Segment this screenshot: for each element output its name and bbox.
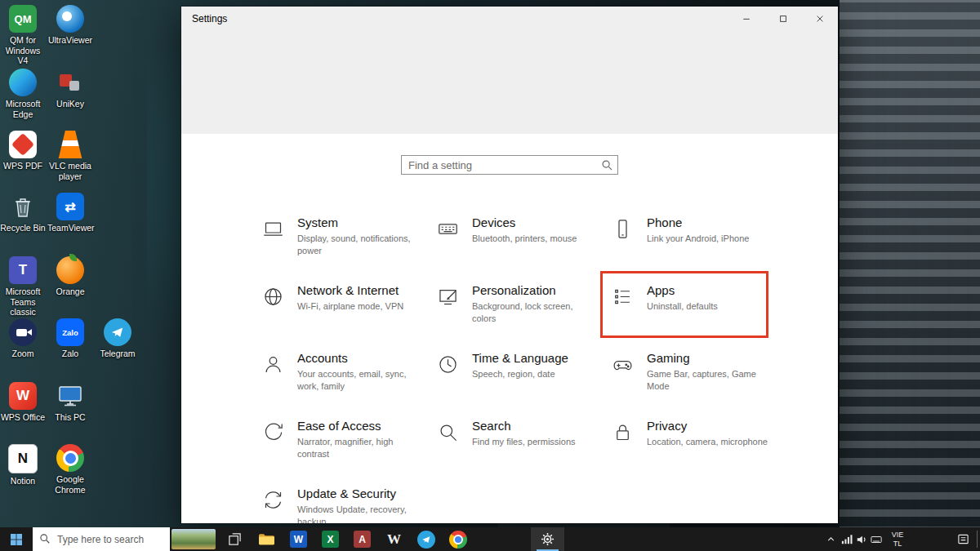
news-interests-widget[interactable] bbox=[172, 529, 216, 549]
maximize-button[interactable] bbox=[764, 7, 801, 31]
settings-category-grid: SystemDisplay, sound, notifications, pow… bbox=[261, 211, 785, 523]
zalo-glyph: Zalo bbox=[62, 328, 78, 337]
minimize-button[interactable] bbox=[728, 7, 764, 31]
desktop-icon-orange[interactable]: Orange bbox=[47, 256, 93, 297]
tray-volume[interactable] bbox=[854, 527, 869, 551]
category-title: Personalization bbox=[472, 283, 596, 297]
notion-glyph: N bbox=[18, 451, 28, 467]
taskbar-access[interactable]: A bbox=[346, 527, 378, 551]
category-title: Time & Language bbox=[472, 351, 596, 365]
task-view-button[interactable] bbox=[219, 527, 251, 551]
zoom-icon bbox=[9, 318, 37, 346]
category-title: Search bbox=[472, 419, 596, 433]
taskbar-search-input[interactable] bbox=[33, 527, 170, 551]
teamviewer-icon: ⇄ bbox=[56, 193, 84, 220]
settings-category-phone[interactable]: PhoneLink your Android, iPhone bbox=[610, 211, 785, 278]
taskbar-chrome[interactable] bbox=[442, 527, 474, 551]
qm-glyph: QM bbox=[15, 13, 32, 25]
taskbar-excel[interactable]: X bbox=[314, 527, 346, 551]
desktop-icon-wps-office[interactable]: W WPS Office bbox=[0, 382, 46, 423]
privacy-lock-icon bbox=[612, 421, 635, 444]
settings-category-system[interactable]: SystemDisplay, sound, notifications, pow… bbox=[261, 211, 435, 278]
desktop-icon-this-pc[interactable]: This PC bbox=[47, 382, 93, 423]
desktop-icon-unikey[interactable]: UniKey bbox=[47, 69, 93, 109]
action-center-button[interactable] bbox=[949, 527, 977, 551]
settings-category-gaming[interactable]: GamingGame Bar, captures, Game Mode bbox=[610, 346, 785, 414]
taskbar-settings-active[interactable] bbox=[531, 527, 564, 551]
desktop-icon-label: This PC bbox=[47, 412, 93, 423]
desktop-icon-google-chrome[interactable]: Google Chrome bbox=[47, 444, 93, 495]
desktop-icon-teamviewer[interactable]: ⇄ TeamViewer bbox=[47, 193, 93, 233]
find-a-setting-searchbox[interactable] bbox=[401, 155, 618, 175]
taskbar-wikipedia[interactable]: W bbox=[378, 527, 410, 551]
desktop-icon-recycle-bin[interactable]: Recycle Bin bbox=[0, 193, 46, 233]
category-desc: Your accounts, email, sync, work, family bbox=[297, 368, 421, 393]
desktop-icon-label: Microsoft Teams classic bbox=[0, 287, 46, 318]
taskbar-file-explorer[interactable] bbox=[251, 527, 283, 551]
settings-category-search[interactable]: SearchFind my files, permissions bbox=[435, 414, 610, 482]
category-title: Apps bbox=[647, 283, 771, 297]
show-desktop-button[interactable] bbox=[977, 531, 980, 548]
zoom-camera bbox=[16, 329, 27, 336]
search-icon[interactable] bbox=[601, 159, 613, 175]
taskbar-search-box[interactable] bbox=[33, 527, 170, 551]
tray-show-hidden-icons[interactable] bbox=[822, 527, 840, 551]
titlebar[interactable]: Settings bbox=[181, 7, 838, 31]
notion-icon: N bbox=[8, 444, 38, 473]
category-desc: Wi-Fi, airplane mode, VPN bbox=[297, 300, 421, 313]
language-code: VIE bbox=[892, 531, 904, 539]
settings-category-network[interactable]: Network & InternetWi-Fi, airplane mode, … bbox=[261, 278, 435, 346]
wps-pdf-ribbon bbox=[11, 133, 34, 156]
windows-logo-icon bbox=[10, 533, 23, 546]
settings-category-apps[interactable]: AppsUninstall, defaults bbox=[610, 278, 785, 346]
qm-for-windows-icon: QM bbox=[9, 5, 37, 33]
category-title: Update & Security bbox=[297, 487, 421, 500]
desktop-icon-zalo[interactable]: Zalo Zalo bbox=[47, 318, 93, 359]
desktop-icon-vlc[interactable]: VLC media player bbox=[47, 131, 93, 181]
settings-category-privacy[interactable]: PrivacyLocation, camera, microphone bbox=[610, 414, 785, 482]
input-method-code: TL bbox=[893, 540, 902, 548]
close-button[interactable] bbox=[801, 7, 838, 31]
desktop-icon-label: Telegram bbox=[95, 349, 140, 359]
recycle-bin-icon bbox=[9, 193, 37, 220]
category-title: Gaming bbox=[647, 351, 771, 365]
settings-category-devices[interactable]: DevicesBluetooth, printers, mouse bbox=[435, 211, 610, 278]
desktop-icon-qm-for-windows[interactable]: QM QM for Windows V4 bbox=[0, 5, 46, 66]
wikipedia-icon: W bbox=[387, 531, 401, 548]
speaker-icon bbox=[856, 534, 867, 545]
chrome-icon bbox=[56, 444, 84, 472]
desktop-icon-zoom[interactable]: Zoom bbox=[0, 318, 46, 359]
desktop-icon-telegram[interactable]: Telegram bbox=[95, 318, 140, 359]
settings-category-accounts[interactable]: AccountsYour accounts, email, sync, work… bbox=[261, 346, 435, 414]
settings-category-update-security[interactable]: Update & SecurityWindows Update, recover… bbox=[261, 482, 435, 523]
start-button[interactable] bbox=[0, 527, 33, 551]
desktop-icon-notion[interactable]: N Notion bbox=[0, 444, 46, 487]
desktop-icon-microsoft-edge[interactable]: Microsoft Edge bbox=[0, 69, 46, 119]
word-icon: W bbox=[290, 531, 307, 548]
desktop-icon-wps-pdf[interactable]: WPS PDF bbox=[0, 131, 46, 171]
settings-gear-icon bbox=[540, 531, 555, 547]
this-pc-monitor-icon bbox=[56, 382, 84, 410]
category-title: Phone bbox=[647, 216, 771, 229]
settings-category-time-language[interactable]: Time & LanguageSpeech, region, date bbox=[435, 346, 610, 414]
settings-category-personalization[interactable]: PersonalizationBackground, lock screen, … bbox=[435, 278, 610, 346]
desktop-icon-label: Microsoft Edge bbox=[0, 99, 46, 119]
category-desc: Windows Update, recovery, backup bbox=[297, 504, 421, 523]
network-signal-icon bbox=[841, 534, 853, 545]
ultraviewer-icon bbox=[56, 5, 84, 33]
taskbar: W X A W VIE TL bbox=[0, 527, 980, 551]
desktop-icon-ultraviewer[interactable]: UltraViewer bbox=[47, 5, 93, 46]
desktop-icon-teams[interactable]: T Microsoft Teams classic bbox=[0, 256, 46, 318]
wps-office-glyph: W bbox=[16, 388, 29, 404]
vlc-cone-icon bbox=[56, 131, 84, 158]
taskbar-telegram[interactable] bbox=[410, 527, 442, 551]
chrome-icon bbox=[449, 531, 467, 549]
tray-network[interactable] bbox=[840, 527, 854, 551]
taskbar-word[interactable]: W bbox=[283, 527, 314, 551]
background-building-right bbox=[840, 0, 980, 551]
tray-touch-keyboard[interactable] bbox=[869, 527, 884, 551]
settings-category-ease-of-access[interactable]: Ease of AccessNarrator, magnifier, high … bbox=[261, 414, 435, 482]
desktop-icon-label: TeamViewer bbox=[47, 223, 93, 233]
find-a-setting-input[interactable] bbox=[402, 156, 617, 174]
tray-language-indicator[interactable]: VIE TL bbox=[885, 527, 910, 551]
